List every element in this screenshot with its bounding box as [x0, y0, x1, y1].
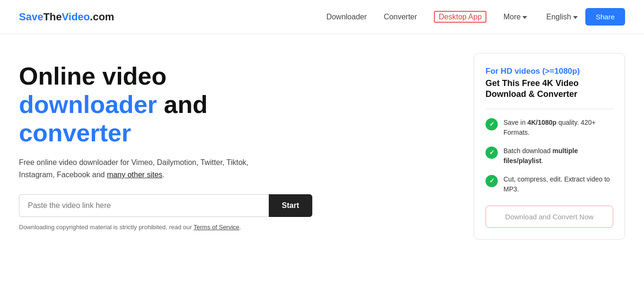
sidebar-card: For HD videos (>=1080p) Get This Free 4K… — [474, 53, 625, 240]
chevron-down-icon — [522, 16, 527, 19]
more-label: More — [503, 13, 520, 21]
logo-com: .com — [90, 11, 114, 23]
hero-line2-rest: and — [157, 91, 208, 118]
hero-line2-blue: downloader — [19, 91, 157, 118]
card-title-blue: For HD videos (>=1080p) — [485, 67, 613, 76]
feature-list: Save in 4K/1080p quality. 420+ Formats. … — [485, 118, 613, 194]
feature-item-2: Batch download multiple files/playlist. — [485, 146, 613, 166]
nav-desktop-app[interactable]: Desktop App — [434, 11, 486, 23]
logo-the: The — [43, 11, 62, 23]
feature-item-3: Cut, compress, edit. Extract video to MP… — [485, 174, 613, 194]
nav-right: English Share — [546, 8, 625, 26]
main-content: Online video downloader and converter Fr… — [0, 34, 644, 240]
terms-start: Downloading copyrighted material is stri… — [19, 224, 194, 231]
terms-of-service-link[interactable]: Terms of Service — [194, 224, 239, 231]
subtitle-link[interactable]: many other sites — [107, 171, 162, 179]
terms-text: Downloading copyrighted material is stri… — [19, 224, 455, 231]
feature-item-1: Save in 4K/1080p quality. 420+ Formats. — [485, 118, 613, 138]
subtitle-end: . — [162, 171, 164, 179]
navbar: SaveTheVideo.com Downloader Converter De… — [0, 0, 644, 34]
logo[interactable]: SaveTheVideo.com — [19, 11, 114, 23]
download-convert-button[interactable]: Download and Convert Now — [485, 206, 613, 228]
terms-end: . — [239, 224, 241, 231]
check-icon-3 — [485, 175, 498, 187]
check-icon-2 — [485, 147, 498, 159]
card-title-black: Get This Free 4K Video Download & Conver… — [485, 78, 613, 100]
chevron-down-icon — [573, 16, 578, 19]
hero-line1: Online video — [19, 62, 167, 90]
hero-section: Online video downloader and converter Fr… — [19, 53, 455, 240]
nav-converter[interactable]: Converter — [384, 13, 417, 21]
nav-downloader[interactable]: Downloader — [326, 13, 367, 21]
hero-line3-blue: converter — [19, 119, 131, 147]
search-bar: Start — [19, 194, 312, 217]
check-icon-1 — [485, 118, 498, 130]
start-button[interactable]: Start — [269, 194, 312, 217]
hero-subtitle: Free online video downloader for Vimeo, … — [19, 156, 284, 181]
hero-title: Online video downloader and converter — [19, 62, 455, 147]
feature-text-1: Save in 4K/1080p quality. 420+ Formats. — [503, 118, 613, 138]
language-label: English — [546, 13, 571, 21]
logo-save: Save — [19, 11, 43, 23]
card-divider — [485, 109, 613, 109]
nav-links: Downloader Converter Desktop App More — [326, 13, 528, 21]
feature-text-3: Cut, compress, edit. Extract video to MP… — [503, 174, 613, 194]
logo-video: Video — [62, 11, 90, 23]
feature-text-2: Batch download multiple files/playlist. — [503, 146, 613, 166]
language-selector[interactable]: English — [546, 13, 577, 21]
share-button[interactable]: Share — [585, 8, 625, 26]
nav-more[interactable]: More — [503, 13, 527, 21]
video-url-input[interactable] — [19, 194, 269, 217]
